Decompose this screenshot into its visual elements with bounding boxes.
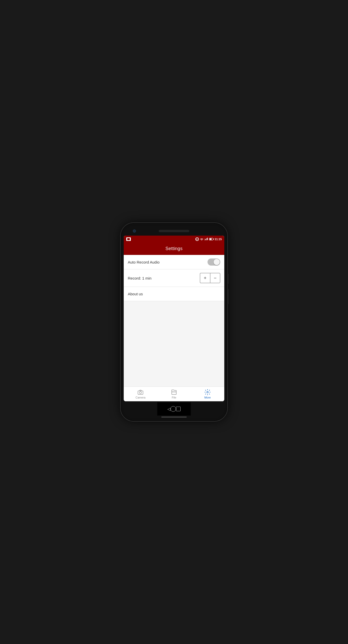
counter-buttons: + − xyxy=(200,273,220,283)
file-icon xyxy=(171,389,177,395)
speaker-grille xyxy=(159,230,189,232)
wifi-icon xyxy=(200,238,203,241)
signal-muted-icon xyxy=(204,237,208,241)
auto-record-label: Auto Record Audio xyxy=(128,260,160,264)
bottom-nav: Camera File xyxy=(124,387,224,401)
status-time: 11:15 xyxy=(215,238,222,241)
nav-file[interactable]: File xyxy=(157,387,191,401)
nav-more[interactable]: More xyxy=(191,387,224,401)
recents-button[interactable] xyxy=(176,407,181,411)
camera-label: Camera xyxy=(135,396,145,399)
file-label: File xyxy=(172,396,176,399)
screen: 11:15 Settings Auto Record Audio Record:… xyxy=(124,236,224,401)
phone-top-hardware xyxy=(124,227,224,235)
status-right: 11:15 xyxy=(195,237,222,241)
auto-record-toggle[interactable] xyxy=(208,258,220,266)
volume-button xyxy=(227,289,228,304)
more-label: More xyxy=(204,396,211,399)
svg-rect-0 xyxy=(207,238,207,240)
battery-fill xyxy=(210,238,212,240)
decrement-button[interactable]: − xyxy=(210,273,220,283)
app-bar: Settings xyxy=(124,243,224,255)
svg-rect-1 xyxy=(207,238,208,240)
record-duration-item: Record: 1 min + − xyxy=(124,269,224,287)
app-bar-title: Settings xyxy=(165,246,182,251)
svg-rect-2 xyxy=(138,391,143,394)
status-bar: 11:15 xyxy=(124,236,224,243)
home-button[interactable] xyxy=(170,406,176,412)
more-icon xyxy=(204,389,211,395)
toggle-knob xyxy=(214,259,220,265)
notification-icon xyxy=(126,237,131,241)
record-duration-label: Record: 1 min xyxy=(128,276,151,280)
front-camera xyxy=(133,229,136,233)
nav-camera[interactable]: Camera xyxy=(124,387,157,401)
camera-icon xyxy=(137,389,144,395)
status-left xyxy=(126,237,131,241)
power-button xyxy=(227,274,228,284)
svg-rect-4 xyxy=(172,392,176,394)
increment-button[interactable]: + xyxy=(200,273,210,283)
battery-icon xyxy=(209,238,213,240)
auto-record-item: Auto Record Audio xyxy=(124,255,224,269)
empty-space xyxy=(124,301,224,387)
back-button[interactable]: ◁ xyxy=(167,407,170,411)
about-us-label: About us xyxy=(128,292,143,296)
about-us-item[interactable]: About us xyxy=(124,287,224,301)
android-nav-bar: ◁ xyxy=(157,402,191,416)
svg-point-3 xyxy=(139,392,141,394)
settings-content: Auto Record Audio Record: 1 min + − Abou… xyxy=(124,255,224,387)
dnd-icon xyxy=(195,237,199,241)
svg-point-5 xyxy=(207,391,208,393)
phone-frame: 11:15 Settings Auto Record Audio Record:… xyxy=(121,223,227,421)
bottom-pill xyxy=(161,417,187,418)
